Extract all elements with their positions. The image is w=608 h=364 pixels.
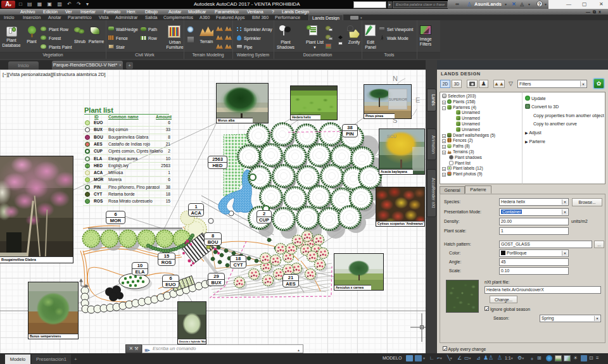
svg-text:N: N — [393, 75, 398, 82]
svg-text:E: E — [415, 96, 420, 104]
